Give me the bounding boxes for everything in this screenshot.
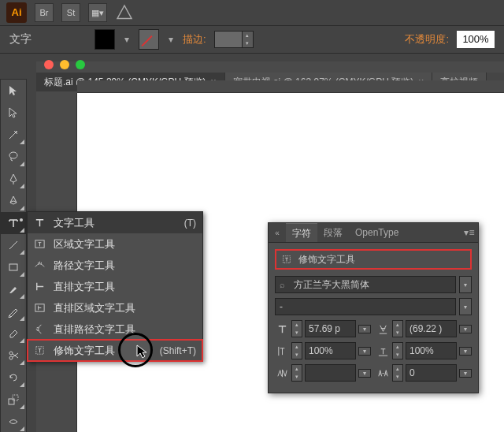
svg-rect-2 bbox=[9, 264, 17, 270]
stroke-weight-input[interactable]: ▴▾ bbox=[214, 31, 254, 48]
svg-point-3 bbox=[9, 352, 13, 355]
selection-tool[interactable] bbox=[1, 80, 26, 102]
stepper[interactable]: ▴▾ bbox=[291, 320, 302, 337]
svg-point-1 bbox=[9, 152, 17, 158]
stepper[interactable]: ▴▾ bbox=[392, 364, 403, 382]
stroke-label: 描边: bbox=[183, 32, 206, 47]
leading-icon bbox=[376, 322, 390, 336]
flyout-item-type[interactable]: 文字工具(T) bbox=[28, 212, 202, 233]
bridge-icon[interactable]: Br bbox=[35, 3, 54, 22]
dropdown-icon[interactable]: ▾ bbox=[358, 347, 371, 356]
touch-type-tool-indicator[interactable]: 修饰文字工具 bbox=[275, 249, 472, 270]
tab-paragraph[interactable]: 段落 bbox=[317, 223, 349, 242]
opacity-label: 不透明度: bbox=[405, 32, 449, 47]
tab-opentype[interactable]: OpenType bbox=[349, 223, 405, 242]
stroke-swatch[interactable] bbox=[139, 29, 159, 50]
pencil-tool[interactable] bbox=[1, 300, 26, 322]
flyout-item-vertical-type[interactable]: 直排文字工具 bbox=[28, 276, 202, 297]
svg-point-4 bbox=[9, 356, 13, 359]
type-tool-flyout: 文字工具(T) 区域文字工具 路径文字工具 直排文字工具 直排区域文字工具 直排… bbox=[27, 211, 203, 362]
dropdown-icon[interactable]: ▾ bbox=[459, 347, 472, 356]
type-tool[interactable] bbox=[1, 212, 26, 234]
scissors-tool[interactable] bbox=[1, 344, 26, 367]
stepper[interactable]: ▴▾ bbox=[291, 342, 302, 359]
dropdown-icon[interactable]: ▾ bbox=[358, 369, 371, 378]
width-tool[interactable] bbox=[1, 411, 26, 432]
svg-rect-5 bbox=[9, 399, 14, 404]
eraser-tool[interactable] bbox=[1, 322, 26, 344]
app-logo-icon: Ai bbox=[6, 2, 27, 23]
hscale-icon bbox=[376, 344, 390, 358]
tracking-input[interactable]: 0 bbox=[406, 364, 457, 382]
horizontal-scale-input[interactable]: 100% bbox=[406, 342, 457, 359]
gpu-icon[interactable] bbox=[115, 3, 134, 22]
leading-input[interactable]: (69.22 ) bbox=[406, 320, 457, 337]
tab-character[interactable]: 字符 bbox=[286, 223, 317, 242]
dropdown-icon[interactable]: ▾ bbox=[459, 276, 472, 293]
stepper[interactable]: ▴▾ bbox=[392, 320, 403, 337]
vscale-icon bbox=[275, 344, 289, 358]
rotate-tool[interactable] bbox=[1, 367, 26, 389]
ruler-horizontal[interactable] bbox=[77, 80, 504, 93]
fill-swatch[interactable] bbox=[94, 29, 115, 50]
font-size-icon bbox=[275, 322, 289, 336]
font-family-input[interactable]: ⌕方正兰亭大黑简体 bbox=[275, 276, 456, 293]
search-icon: ⌕ bbox=[280, 280, 291, 289]
lasso-tool[interactable] bbox=[1, 146, 26, 168]
opacity-input[interactable]: 100% bbox=[457, 31, 495, 48]
line-tool[interactable] bbox=[1, 234, 26, 256]
swatch-dropdown-icon[interactable]: ▾ bbox=[123, 34, 131, 45]
font-size-input[interactable]: 57.69 p bbox=[305, 320, 356, 337]
tracking-icon bbox=[376, 366, 390, 380]
scale-tool[interactable] bbox=[1, 389, 26, 411]
flyout-item-touch-type[interactable]: 修饰文字工具(Shift+T) bbox=[28, 340, 202, 361]
stepper[interactable]: ▴▾ bbox=[392, 342, 403, 359]
pen-tool[interactable] bbox=[1, 168, 26, 190]
flyout-item-path-type[interactable]: 路径文字工具 bbox=[28, 255, 202, 276]
dropdown-icon[interactable]: ▾ bbox=[459, 369, 472, 378]
direct-selection-tool[interactable] bbox=[1, 102, 26, 124]
flyout-item-vertical-path-type[interactable]: 直排路径文字工具 bbox=[28, 318, 202, 340]
kerning-input[interactable] bbox=[305, 364, 356, 382]
stepper[interactable]: ▴▾ bbox=[291, 364, 302, 382]
flyout-item-vertical-area-type[interactable]: 直排区域文字工具 bbox=[28, 297, 202, 318]
type-mode-label: 文字 bbox=[9, 32, 32, 47]
font-style-input[interactable]: - bbox=[275, 298, 456, 315]
panel-menu-icon[interactable]: ▾≡ bbox=[461, 223, 478, 242]
arrange-icon[interactable]: ▦▾ bbox=[88, 3, 107, 22]
dropdown-icon[interactable]: ▾ bbox=[358, 325, 371, 333]
svg-point-0 bbox=[16, 131, 17, 132]
character-panel: « 字符 段落 OpenType ▾≡ 修饰文字工具 ⌕方正兰亭大黑简体 ▾ -… bbox=[268, 222, 479, 393]
window-traffic-lights[interactable] bbox=[44, 60, 85, 69]
dropdown-icon[interactable]: ▾ bbox=[459, 298, 472, 315]
vertical-scale-input[interactable]: 100% bbox=[305, 342, 356, 359]
curvature-tool[interactable] bbox=[1, 190, 26, 212]
kerning-icon bbox=[275, 366, 289, 380]
magic-wand-tool[interactable] bbox=[1, 124, 26, 146]
stock-icon[interactable]: St bbox=[61, 3, 80, 22]
swatch-dropdown-icon[interactable]: ▾ bbox=[167, 34, 175, 45]
rectangle-tool[interactable] bbox=[1, 256, 26, 278]
flyout-item-area-type[interactable]: 区域文字工具 bbox=[28, 233, 202, 255]
paintbrush-tool[interactable] bbox=[1, 278, 26, 300]
toolbox bbox=[0, 79, 27, 432]
dropdown-icon[interactable]: ▾ bbox=[459, 325, 472, 333]
svg-rect-6 bbox=[13, 395, 18, 400]
panel-collapse-icon[interactable]: « bbox=[269, 223, 286, 242]
